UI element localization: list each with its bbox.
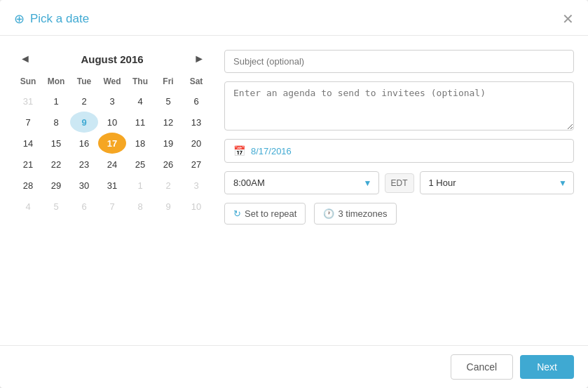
table-row: 2 <box>154 175 182 196</box>
table-row[interactable]: 13 <box>182 112 210 133</box>
actions-row: ↻ Set to repeat 🕐 3 timezones <box>224 203 574 225</box>
timezones-button[interactable]: 🕐 3 timezones <box>314 203 396 225</box>
table-row[interactable]: 3 <box>98 91 126 112</box>
table-row: 10 <box>182 196 210 217</box>
calendar-date-icon: 📅 <box>233 145 245 156</box>
timezone-badge: EDT <box>385 173 414 193</box>
agenda-textarea[interactable] <box>224 81 574 131</box>
table-row[interactable]: 12 <box>154 112 182 133</box>
modal-body: ◄ August 2016 ► SunMonTueWedThuFriSat 31… <box>0 36 588 345</box>
subject-input[interactable] <box>224 50 574 73</box>
table-row[interactable]: 4 <box>126 91 154 112</box>
calendar-week-row: 21222324252627 <box>14 154 210 175</box>
calendar-month-year: August 2016 <box>81 53 143 65</box>
table-row[interactable]: 28 <box>14 175 42 196</box>
table-row[interactable]: 19 <box>154 133 182 154</box>
table-row[interactable]: 7 <box>14 112 42 133</box>
duration-select[interactable]: 1 Hour 30 Minutes 2 Hours <box>420 171 575 194</box>
table-row[interactable]: 16 <box>70 133 98 154</box>
table-row[interactable]: 27 <box>182 154 210 175</box>
repeat-label: Set to repeat <box>245 208 296 219</box>
modal-footer: Cancel Next <box>0 345 588 388</box>
calendar-week-row: 14151617181920 <box>14 133 210 154</box>
timezone-label: 3 timezones <box>338 208 387 219</box>
time-row: 8:00AM 8:30AM 9:00AM ▼ EDT 1 Hour 30 Min… <box>224 171 574 194</box>
pick-date-icon: ⊕ <box>14 11 25 27</box>
table-row: 7 <box>98 196 126 217</box>
table-row: 6 <box>70 196 98 217</box>
table-row: 4 <box>14 196 42 217</box>
modal: ⊕ Pick a date ✕ ◄ August 2016 ► SunMonTu… <box>0 0 588 388</box>
cancel-button[interactable]: Cancel <box>451 354 514 380</box>
weekday-header: Sun <box>14 74 42 91</box>
table-row[interactable]: 21 <box>14 154 42 175</box>
next-button[interactable]: Next <box>520 355 574 379</box>
weekday-header: Sat <box>182 74 210 91</box>
weekday-header: Thu <box>126 74 154 91</box>
table-row[interactable]: 24 <box>98 154 126 175</box>
table-row: 8 <box>126 196 154 217</box>
table-row[interactable]: 20 <box>182 133 210 154</box>
table-row: 5 <box>42 196 70 217</box>
calendar-week-row: 45678910 <box>14 196 210 217</box>
table-row[interactable]: 1 <box>42 91 70 112</box>
table-row[interactable]: 5 <box>154 91 182 112</box>
date-value: 8/17/2016 <box>251 146 292 156</box>
calendar-week-row: 78910111213 <box>14 112 210 133</box>
calendar-week-row: 31123456 <box>14 91 210 112</box>
calendar-next-button[interactable]: ► <box>188 50 210 68</box>
table-row[interactable]: 22 <box>42 154 70 175</box>
table-row[interactable]: 17 <box>98 133 126 154</box>
table-row[interactable]: 9 <box>70 112 98 133</box>
weekday-header: Wed <box>98 74 126 91</box>
timezone-clock-icon: 🕐 <box>323 208 334 219</box>
table-row[interactable]: 14 <box>14 133 42 154</box>
time-select-wrapper: 8:00AM 8:30AM 9:00AM ▼ <box>224 171 379 194</box>
table-row[interactable]: 31 <box>98 175 126 196</box>
table-row[interactable]: 25 <box>126 154 154 175</box>
modal-title-text: Pick a date <box>30 12 89 26</box>
table-row[interactable]: 29 <box>42 175 70 196</box>
weekday-header: Fri <box>154 74 182 91</box>
table-row[interactable]: 18 <box>126 133 154 154</box>
date-field[interactable]: 📅 8/17/2016 <box>224 139 574 163</box>
calendar-week-row: 28293031123 <box>14 175 210 196</box>
weekday-header: Mon <box>42 74 70 91</box>
time-select[interactable]: 8:00AM 8:30AM 9:00AM <box>224 171 379 194</box>
table-row[interactable]: 30 <box>70 175 98 196</box>
table-row[interactable]: 2 <box>70 91 98 112</box>
table-row: 3 <box>182 175 210 196</box>
table-row[interactable]: 8 <box>42 112 70 133</box>
calendar-header: ◄ August 2016 ► <box>14 50 210 68</box>
modal-title: ⊕ Pick a date <box>14 11 89 27</box>
table-row[interactable]: 26 <box>154 154 182 175</box>
duration-select-wrapper: 1 Hour 30 Minutes 2 Hours ▼ <box>420 171 575 194</box>
calendar-weekday-row: SunMonTueWedThuFriSat <box>14 74 210 91</box>
table-row[interactable]: 10 <box>98 112 126 133</box>
table-row[interactable]: 11 <box>126 112 154 133</box>
table-row[interactable]: 6 <box>182 91 210 112</box>
weekday-header: Tue <box>70 74 98 91</box>
modal-header: ⊕ Pick a date ✕ <box>0 0 588 36</box>
close-icon[interactable]: ✕ <box>562 12 574 26</box>
set-to-repeat-button[interactable]: ↻ Set to repeat <box>224 203 306 225</box>
table-row[interactable]: 23 <box>70 154 98 175</box>
calendar: ◄ August 2016 ► SunMonTueWedThuFriSat 31… <box>14 50 210 338</box>
table-row[interactable]: 15 <box>42 133 70 154</box>
table-row: 31 <box>14 91 42 112</box>
table-row: 9 <box>154 196 182 217</box>
right-panel: 📅 8/17/2016 8:00AM 8:30AM 9:00AM ▼ EDT 1… <box>224 50 574 338</box>
calendar-prev-button[interactable]: ◄ <box>14 50 36 68</box>
repeat-icon: ↻ <box>233 208 241 219</box>
table-row: 1 <box>126 175 154 196</box>
calendar-grid: SunMonTueWedThuFriSat 311234567891011121… <box>14 74 210 217</box>
